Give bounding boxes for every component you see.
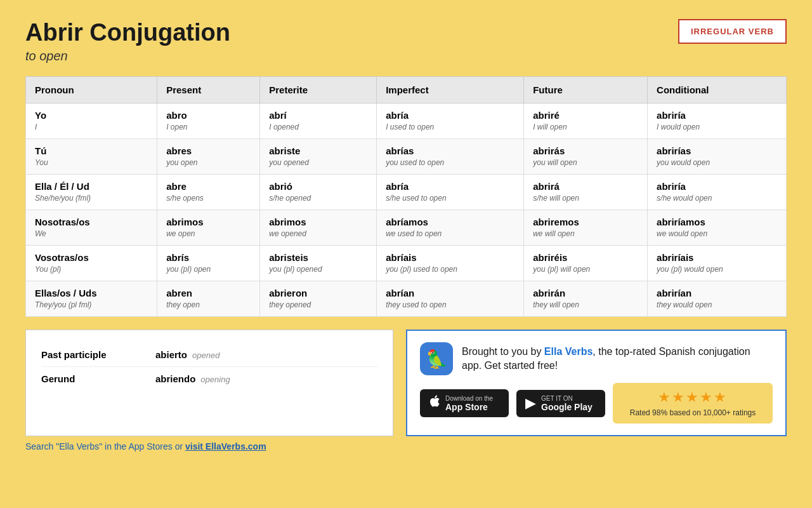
table-row: TúYouabresyou openabristeyou openedabría… xyxy=(26,139,787,175)
svg-text:🦜: 🦜 xyxy=(426,349,448,370)
cell-preterite: abrimoswe opened xyxy=(260,210,377,246)
cell-future: abrirásyou will open xyxy=(524,139,648,175)
app-store-button[interactable]: Download on the App Store xyxy=(420,389,509,417)
irregular-badge: IRREGULAR VERB xyxy=(678,19,787,44)
table-row: Vosotras/osYou (pl)abrísyou (pl) openabr… xyxy=(26,246,787,281)
google-icon: ▶ xyxy=(525,395,536,411)
promo-buttons: Download on the App Store ▶ GET IT ON Go… xyxy=(420,383,773,424)
conjugation-table: Pronoun Present Preterite Imperfect Futu… xyxy=(25,76,787,317)
page-header: Abrir Conjugation to open IRREGULAR VERB xyxy=(25,19,787,64)
cell-present: abres/he opens xyxy=(157,175,260,210)
cell-imperfect: abríaisyou (pl) used to open xyxy=(377,246,524,281)
cell-preterite: abríI opened xyxy=(260,104,377,139)
app-store-name: App Store xyxy=(445,402,493,412)
ella-verbs-link[interactable]: Ella Verbs xyxy=(544,346,593,357)
rating-text: Rated 98% based on 10,000+ ratings xyxy=(630,408,756,417)
cell-future: abriréI will open xyxy=(524,104,648,139)
table-row: Ellas/os / UdsThey/you (pl fml)abrenthey… xyxy=(26,281,787,317)
past-participle-row: Past participle abierto opened xyxy=(41,343,377,367)
verb-name: Abrir xyxy=(25,19,83,46)
cell-future: abriremoswe will open xyxy=(524,210,648,246)
title-conjugation: Conjugation xyxy=(89,19,230,46)
gerund-row: Gerund abriendo opening xyxy=(41,367,377,391)
cell-preterite: abriós/he opened xyxy=(260,175,377,210)
cell-conditional: abriríanthey would open xyxy=(648,281,787,317)
cell-imperfect: abríasyou used to open xyxy=(377,139,524,175)
col-pronoun: Pronoun xyxy=(26,77,157,104)
gerund-label: Gerund xyxy=(41,373,155,384)
google-play-name: Google Play xyxy=(541,402,593,412)
col-imperfect: Imperfect xyxy=(377,77,524,104)
cell-pronoun: Ella / Él / UdShe/he/you (fml) xyxy=(26,175,157,210)
cell-conditional: abriríaisyou (pl) would open xyxy=(648,246,787,281)
cell-present: abrísyou (pl) open xyxy=(157,246,260,281)
table-row: Nosotras/osWeabrimoswe openabrimoswe ope… xyxy=(26,210,787,246)
star-rating: ★★★★★ xyxy=(658,389,728,406)
cell-conditional: abriríasyou would open xyxy=(648,139,787,175)
title-block: Abrir Conjugation to open xyxy=(25,19,230,64)
cell-imperfect: abríanthey used to open xyxy=(377,281,524,317)
cell-present: abrenthey open xyxy=(157,281,260,317)
cell-future: abriránthey will open xyxy=(524,281,648,317)
col-present: Present xyxy=(157,77,260,104)
cell-imperfect: abrías/he used to open xyxy=(377,175,524,210)
cell-imperfect: abríaI used to open xyxy=(377,104,524,139)
app-store-label: Download on the xyxy=(445,395,493,402)
cell-conditional: abriríamoswe would open xyxy=(648,210,787,246)
promo-top: 🦜 Brought to you by Ella Verbs, the top-… xyxy=(420,342,773,375)
table-row: Ella / Él / UdShe/he/you (fml)abres/he o… xyxy=(26,175,787,210)
cell-pronoun: YoI xyxy=(26,104,157,139)
past-participle-value: abierto xyxy=(155,349,187,360)
table-row: YoIabroI openabríI openedabríaI used to … xyxy=(26,104,787,139)
cell-present: abresyou open xyxy=(157,139,260,175)
col-conditional: Conditional xyxy=(648,77,787,104)
table-header-row: Pronoun Present Preterite Imperfect Futu… xyxy=(26,77,787,104)
gerund-translation: opening xyxy=(200,375,230,384)
cell-future: abrirás/he will open xyxy=(524,175,648,210)
promo-box: 🦜 Brought to you by Ella Verbs, the top-… xyxy=(406,330,787,436)
page-title: Abrir Conjugation xyxy=(25,19,230,46)
cell-imperfect: abríamoswe used to open xyxy=(377,210,524,246)
cell-conditional: abrirías/he would open xyxy=(648,175,787,210)
bottom-section: Past participle abierto opened Gerund ab… xyxy=(25,330,787,436)
verb-translation: to open xyxy=(25,49,230,64)
past-participle-translation: opened xyxy=(192,351,219,360)
footer-text: Search "Ella Verbs" in the App Stores or… xyxy=(25,441,787,451)
apple-icon xyxy=(429,394,440,412)
cell-pronoun: Ellas/os / UdsThey/you (pl fml) xyxy=(26,281,157,317)
col-future: Future xyxy=(524,77,648,104)
cell-preterite: abrieronthey opened xyxy=(260,281,377,317)
cell-future: abriréisyou (pl) will open xyxy=(524,246,648,281)
cell-preterite: abristeisyou (pl) opened xyxy=(260,246,377,281)
participle-box: Past participle abierto opened Gerund ab… xyxy=(25,330,393,436)
cell-conditional: abriríaI would open xyxy=(648,104,787,139)
cell-present: abrimoswe open xyxy=(157,210,260,246)
google-play-text: GET IT ON Google Play xyxy=(541,395,593,412)
cell-preterite: abristeyou opened xyxy=(260,139,377,175)
col-preterite: Preterite xyxy=(260,77,377,104)
cell-pronoun: Vosotras/osYou (pl) xyxy=(26,246,157,281)
gerund-value: abriendo xyxy=(155,373,195,384)
promo-description: Brought to you by Ella Verbs, the top-ra… xyxy=(462,345,773,373)
app-icon: 🦜 xyxy=(420,342,453,375)
google-play-label: GET IT ON xyxy=(541,395,593,402)
past-participle-label: Past participle xyxy=(41,349,155,360)
rating-box: ★★★★★ Rated 98% based on 10,000+ ratings xyxy=(613,383,773,424)
cell-present: abroI open xyxy=(157,104,260,139)
cell-pronoun: Nosotras/osWe xyxy=(26,210,157,246)
cell-pronoun: TúYou xyxy=(26,139,157,175)
footer-text-start: Search "Ella Verbs" in the App Stores or xyxy=(25,441,185,451)
google-play-button[interactable]: ▶ GET IT ON Google Play xyxy=(516,390,605,417)
ella-verbs-website-link[interactable]: visit EllaVerbs.com xyxy=(185,441,266,451)
app-store-text: Download on the App Store xyxy=(445,395,493,412)
